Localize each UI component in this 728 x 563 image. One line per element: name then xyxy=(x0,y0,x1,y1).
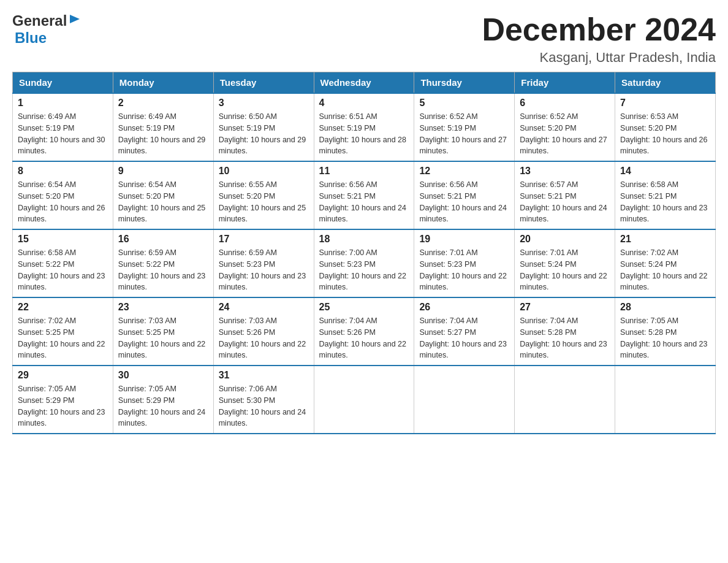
day-number: 5 xyxy=(419,98,509,109)
day-info: Sunrise: 7:04 AMSunset: 5:28 PMDaylight:… xyxy=(520,315,610,361)
calendar-cell: 30Sunrise: 7:05 AMSunset: 5:29 PMDayligh… xyxy=(113,366,213,434)
day-number: 8 xyxy=(18,166,108,177)
calendar-cell xyxy=(414,366,515,434)
day-info: Sunrise: 6:51 AMSunset: 5:19 PMDaylight:… xyxy=(319,111,409,157)
calendar-week-4: 22Sunrise: 7:02 AMSunset: 5:25 PMDayligh… xyxy=(13,297,716,366)
day-number: 24 xyxy=(219,302,309,313)
page-header: General Blue December 2024 Kasganj, Utta… xyxy=(12,12,716,66)
day-info: Sunrise: 6:58 AMSunset: 5:21 PMDaylight:… xyxy=(620,179,710,225)
day-info: Sunrise: 7:05 AMSunset: 5:29 PMDaylight:… xyxy=(18,383,108,429)
calendar-cell: 22Sunrise: 7:02 AMSunset: 5:25 PMDayligh… xyxy=(13,297,113,366)
day-number: 23 xyxy=(118,302,208,313)
calendar-cell: 7Sunrise: 6:53 AMSunset: 5:20 PMDaylight… xyxy=(615,93,716,161)
day-number: 17 xyxy=(219,234,309,245)
logo-blue-text: Blue xyxy=(15,29,47,46)
day-number: 15 xyxy=(18,234,108,245)
day-info: Sunrise: 6:52 AMSunset: 5:20 PMDaylight:… xyxy=(520,111,610,157)
day-number: 29 xyxy=(18,370,108,381)
weekday-header-thursday: Thursday xyxy=(414,72,515,94)
calendar-cell xyxy=(515,366,615,434)
calendar-cell: 16Sunrise: 6:59 AMSunset: 5:22 PMDayligh… xyxy=(113,229,213,297)
day-info: Sunrise: 6:56 AMSunset: 5:21 PMDaylight:… xyxy=(419,179,509,225)
day-number: 18 xyxy=(319,234,409,245)
day-number: 9 xyxy=(118,166,208,177)
day-info: Sunrise: 7:06 AMSunset: 5:30 PMDaylight:… xyxy=(219,383,309,429)
calendar-cell: 24Sunrise: 7:03 AMSunset: 5:26 PMDayligh… xyxy=(213,297,314,366)
day-info: Sunrise: 7:04 AMSunset: 5:26 PMDaylight:… xyxy=(319,315,409,361)
calendar-week-3: 15Sunrise: 6:58 AMSunset: 5:22 PMDayligh… xyxy=(13,229,716,297)
day-info: Sunrise: 6:49 AMSunset: 5:19 PMDaylight:… xyxy=(118,111,208,157)
day-info: Sunrise: 6:58 AMSunset: 5:22 PMDaylight:… xyxy=(18,247,108,293)
day-number: 14 xyxy=(620,166,710,177)
day-info: Sunrise: 7:02 AMSunset: 5:24 PMDaylight:… xyxy=(620,247,710,293)
calendar-cell: 23Sunrise: 7:03 AMSunset: 5:25 PMDayligh… xyxy=(113,297,213,366)
day-info: Sunrise: 7:05 AMSunset: 5:29 PMDaylight:… xyxy=(118,383,208,429)
title-section: December 2024 Kasganj, Uttar Pradesh, In… xyxy=(482,12,716,66)
calendar-cell: 20Sunrise: 7:01 AMSunset: 5:24 PMDayligh… xyxy=(515,229,615,297)
day-info: Sunrise: 6:59 AMSunset: 5:22 PMDaylight:… xyxy=(118,247,208,293)
calendar-cell: 25Sunrise: 7:04 AMSunset: 5:26 PMDayligh… xyxy=(314,297,414,366)
day-info: Sunrise: 7:05 AMSunset: 5:28 PMDaylight:… xyxy=(620,315,710,361)
calendar-cell: 12Sunrise: 6:56 AMSunset: 5:21 PMDayligh… xyxy=(414,161,515,229)
calendar-cell: 2Sunrise: 6:49 AMSunset: 5:19 PMDaylight… xyxy=(113,93,213,161)
calendar-cell: 27Sunrise: 7:04 AMSunset: 5:28 PMDayligh… xyxy=(515,297,615,366)
day-number: 30 xyxy=(118,370,208,381)
calendar-cell: 31Sunrise: 7:06 AMSunset: 5:30 PMDayligh… xyxy=(213,366,314,434)
calendar-cell: 11Sunrise: 6:56 AMSunset: 5:21 PMDayligh… xyxy=(314,161,414,229)
day-number: 13 xyxy=(520,166,610,177)
day-number: 11 xyxy=(319,166,409,177)
day-info: Sunrise: 6:59 AMSunset: 5:23 PMDaylight:… xyxy=(219,247,309,293)
calendar-table: SundayMondayTuesdayWednesdayThursdayFrid… xyxy=(12,72,716,434)
location-title: Kasganj, Uttar Pradesh, India xyxy=(482,50,716,66)
calendar-cell: 8Sunrise: 6:54 AMSunset: 5:20 PMDaylight… xyxy=(13,161,113,229)
logo: General Blue xyxy=(12,12,82,47)
weekday-header-monday: Monday xyxy=(113,72,213,94)
weekday-header-friday: Friday xyxy=(515,72,615,94)
calendar-cell xyxy=(615,366,716,434)
calendar-week-2: 8Sunrise: 6:54 AMSunset: 5:20 PMDaylight… xyxy=(13,161,716,229)
day-info: Sunrise: 6:55 AMSunset: 5:20 PMDaylight:… xyxy=(219,179,309,225)
month-title: December 2024 xyxy=(482,12,716,47)
day-info: Sunrise: 6:54 AMSunset: 5:20 PMDaylight:… xyxy=(18,179,108,225)
calendar-cell: 9Sunrise: 6:54 AMSunset: 5:20 PMDaylight… xyxy=(113,161,213,229)
day-number: 16 xyxy=(118,234,208,245)
day-info: Sunrise: 7:04 AMSunset: 5:27 PMDaylight:… xyxy=(419,315,509,361)
day-number: 28 xyxy=(620,302,710,313)
day-info: Sunrise: 6:49 AMSunset: 5:19 PMDaylight:… xyxy=(18,111,108,157)
calendar-week-5: 29Sunrise: 7:05 AMSunset: 5:29 PMDayligh… xyxy=(13,366,716,434)
day-info: Sunrise: 6:56 AMSunset: 5:21 PMDaylight:… xyxy=(319,179,409,225)
calendar-week-1: 1Sunrise: 6:49 AMSunset: 5:19 PMDaylight… xyxy=(13,93,716,161)
day-number: 4 xyxy=(319,98,409,109)
calendar-cell: 28Sunrise: 7:05 AMSunset: 5:28 PMDayligh… xyxy=(615,297,716,366)
day-info: Sunrise: 7:00 AMSunset: 5:23 PMDaylight:… xyxy=(319,247,409,293)
svg-marker-0 xyxy=(70,15,80,23)
calendar-cell: 17Sunrise: 6:59 AMSunset: 5:23 PMDayligh… xyxy=(213,229,314,297)
day-info: Sunrise: 6:50 AMSunset: 5:19 PMDaylight:… xyxy=(219,111,309,157)
day-number: 10 xyxy=(219,166,309,177)
day-number: 3 xyxy=(219,98,309,109)
calendar-header-row: SundayMondayTuesdayWednesdayThursdayFrid… xyxy=(13,72,716,94)
day-number: 31 xyxy=(219,370,309,381)
day-info: Sunrise: 6:57 AMSunset: 5:21 PMDaylight:… xyxy=(520,179,610,225)
day-number: 1 xyxy=(18,98,108,109)
day-number: 7 xyxy=(620,98,710,109)
calendar-cell: 14Sunrise: 6:58 AMSunset: 5:21 PMDayligh… xyxy=(615,161,716,229)
day-number: 6 xyxy=(520,98,610,109)
calendar-cell: 4Sunrise: 6:51 AMSunset: 5:19 PMDaylight… xyxy=(314,93,414,161)
calendar-cell: 18Sunrise: 7:00 AMSunset: 5:23 PMDayligh… xyxy=(314,229,414,297)
weekday-header-saturday: Saturday xyxy=(615,72,716,94)
calendar-cell: 15Sunrise: 6:58 AMSunset: 5:22 PMDayligh… xyxy=(13,229,113,297)
calendar-cell xyxy=(314,366,414,434)
calendar-cell: 26Sunrise: 7:04 AMSunset: 5:27 PMDayligh… xyxy=(414,297,515,366)
day-number: 2 xyxy=(118,98,208,109)
day-number: 12 xyxy=(419,166,509,177)
day-info: Sunrise: 6:53 AMSunset: 5:20 PMDaylight:… xyxy=(620,111,710,157)
calendar-cell: 6Sunrise: 6:52 AMSunset: 5:20 PMDaylight… xyxy=(515,93,615,161)
calendar-cell: 13Sunrise: 6:57 AMSunset: 5:21 PMDayligh… xyxy=(515,161,615,229)
day-number: 21 xyxy=(620,234,710,245)
day-info: Sunrise: 6:52 AMSunset: 5:19 PMDaylight:… xyxy=(419,111,509,157)
calendar-cell: 19Sunrise: 7:01 AMSunset: 5:23 PMDayligh… xyxy=(414,229,515,297)
calendar-cell: 3Sunrise: 6:50 AMSunset: 5:19 PMDaylight… xyxy=(213,93,314,161)
weekday-header-wednesday: Wednesday xyxy=(314,72,414,94)
logo-arrow-icon xyxy=(69,12,82,28)
